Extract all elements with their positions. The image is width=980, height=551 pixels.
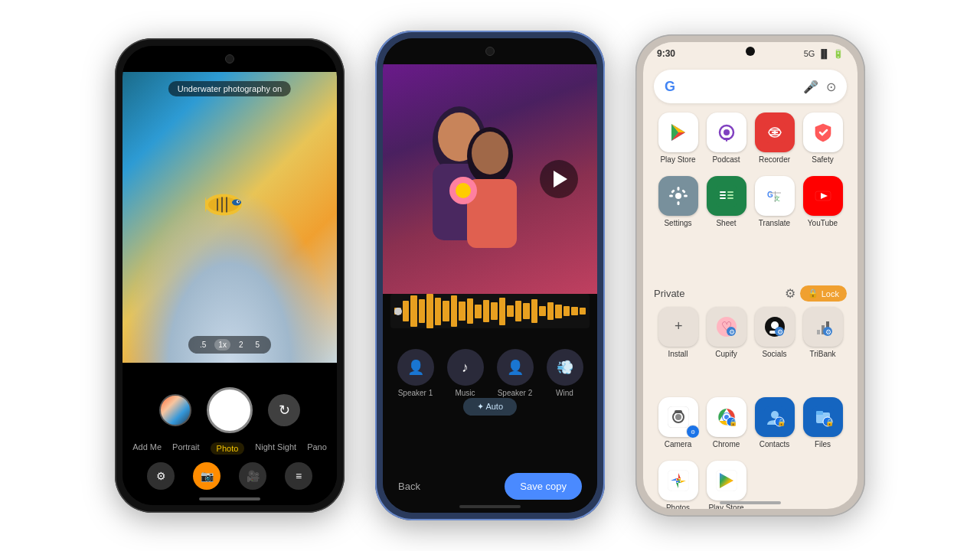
app-safety[interactable]: Safety [799, 112, 847, 164]
photo-mode-icon[interactable]: 📷 [193, 462, 220, 490]
app-tribank[interactable]: ⚙ TriBank [799, 307, 847, 358]
safety-label: Safety [812, 155, 833, 164]
home-indicator [199, 497, 260, 500]
podcast-label: Podcast [712, 155, 740, 164]
app-photos[interactable]: Photos [654, 461, 702, 509]
app-grid-row1: Play Store Podcast Recorder Safety [654, 112, 847, 227]
app-files[interactable]: 🔒 Files [799, 397, 847, 448]
podcast-icon [707, 112, 746, 152]
wind-icon: 💨 [547, 349, 583, 386]
svg-rect-41 [720, 194, 726, 196]
svg-rect-33 [677, 187, 679, 191]
sheet-icon [707, 176, 746, 216]
lock-label: Lock [822, 289, 839, 298]
music-button[interactable]: ♪ Music [447, 349, 484, 397]
svg-text:G: G [767, 191, 773, 199]
mode-night-sight[interactable]: Night Sight [255, 442, 296, 455]
back-button[interactable]: Back [398, 481, 420, 492]
battery-icon: 🔋 [833, 49, 844, 59]
app-contacts[interactable]: 🔒 Contacts [750, 397, 799, 448]
music-label: Music [455, 389, 475, 397]
recorder-label: Recorder [759, 155, 790, 164]
svg-rect-43 [727, 191, 733, 193]
app-sheet[interactable]: Sheet [702, 176, 750, 227]
svg-rect-40 [720, 191, 726, 193]
video-mode-icon[interactable]: 🎥 [239, 462, 266, 490]
speaker2-icon: 👤 [497, 349, 534, 386]
app-playstore[interactable]: Play Store [654, 112, 702, 164]
phone1-camera: Underwater photography on .5 1x 2 5 ↻ [115, 38, 345, 513]
camera-shutter-row: ↻ [122, 387, 337, 433]
camera-app-label: Camera [665, 440, 692, 448]
camera-settings-icon[interactable]: ⚙ [147, 462, 175, 490]
app-socials[interactable]: ⚙ Socials [750, 307, 799, 358]
files-icon: 🔒 [803, 397, 843, 437]
camera-thumbnail[interactable] [159, 394, 191, 426]
svg-text:+: + [675, 318, 683, 334]
shutter-button[interactable] [207, 387, 253, 433]
bottom-app-grid: ⚙ Camera 🔒 Chrome 🔒 Contacts 🔒 [654, 397, 847, 509]
save-copy-button[interactable]: Save copy [505, 473, 582, 500]
waveform-track[interactable] [390, 294, 590, 328]
svg-point-7 [238, 201, 240, 203]
zoom-5[interactable]: 5 [251, 339, 263, 350]
wind-button[interactable]: 💨 Wind [547, 349, 583, 397]
zoom-05[interactable]: .5 [196, 339, 210, 350]
video-people [402, 80, 540, 279]
app-chrome[interactable]: 🔒 Chrome [702, 397, 750, 448]
phone3-home-screen: 9:30 5G ▐▌ 🔋 G 🎤 ⊙ Play Store [635, 34, 865, 517]
auto-badge[interactable]: ✦ Auto [463, 398, 517, 416]
zoom-controls: .5 1x 2 5 [188, 336, 271, 354]
camera-filter-icon[interactable]: ≡ [285, 462, 312, 490]
svg-point-30 [773, 131, 776, 134]
speaker1-button[interactable]: 👤 Speaker 1 [397, 349, 434, 397]
front-camera-hole [225, 54, 234, 64]
zoom-1x[interactable]: 1x [214, 339, 230, 350]
svg-point-5 [232, 200, 241, 206]
5g-icon: 5G [804, 49, 815, 58]
app-youtube[interactable]: YouTube [799, 176, 847, 227]
zoom-2[interactable]: 2 [235, 339, 247, 350]
mode-add-me[interactable]: Add Me [132, 442, 162, 455]
app-translate[interactable]: G文 Translate [750, 176, 799, 227]
camera-viewfinder: Underwater photography on .5 1x 2 5 [122, 72, 337, 363]
app-cupify[interactable]: ♡⚙ Cupify [702, 307, 750, 358]
speaker2-button[interactable]: 👤 Speaker 2 [497, 349, 534, 397]
app-install[interactable]: + Install [654, 307, 702, 358]
svg-rect-44 [727, 194, 733, 196]
svg-text:⚙: ⚙ [729, 328, 735, 336]
mode-pano[interactable]: Pano [307, 442, 327, 455]
svg-point-16 [456, 183, 471, 198]
mode-portrait[interactable]: Portrait [172, 442, 199, 455]
lock-row: ⚙ 🔒 Lock [785, 285, 847, 302]
safety-icon [803, 112, 843, 152]
mode-photo[interactable]: Photo [211, 442, 245, 455]
lock-button[interactable]: 🔒 Lock [800, 285, 847, 302]
app-settings[interactable]: Settings [654, 176, 702, 227]
cupify-icon: ♡⚙ [707, 307, 746, 347]
app-podcast[interactable]: Podcast [702, 112, 750, 164]
chrome-label: Chrome [713, 440, 740, 448]
socials-icon: ⚙ [755, 307, 795, 347]
contacts-label: Contacts [760, 440, 789, 448]
settings-label: Settings [664, 219, 691, 227]
music-icon: ♪ [447, 349, 484, 386]
private-settings-icon[interactable]: ⚙ [785, 286, 795, 301]
app-recorder[interactable]: Recorder [750, 112, 799, 164]
lens-icon[interactable]: ⊙ [826, 80, 836, 94]
svg-point-73 [675, 414, 681, 420]
video-thumbnail [383, 64, 597, 294]
mic-icon[interactable]: 🎤 [803, 80, 818, 94]
search-bar[interactable]: G 🎤 ⊙ [654, 70, 847, 103]
play-button[interactable] [540, 160, 578, 198]
phone2-video-editor: 👤 Speaker 1 ♪ Music 👤 Speaker 2 💨 Wind ✦… [375, 31, 605, 520]
camera-background: Underwater photography on .5 1x 2 5 [122, 72, 337, 363]
home-indicator2 [459, 505, 521, 508]
private-label: Private [654, 288, 684, 299]
youtube-label: YouTube [808, 219, 838, 227]
cupify-label: Cupify [715, 350, 737, 358]
flip-camera-button[interactable]: ↻ [268, 394, 300, 426]
app-camera[interactable]: ⚙ Camera [654, 397, 702, 448]
private-section: Private ⚙ 🔒 Lock [654, 285, 847, 302]
svg-rect-34 [677, 201, 679, 205]
